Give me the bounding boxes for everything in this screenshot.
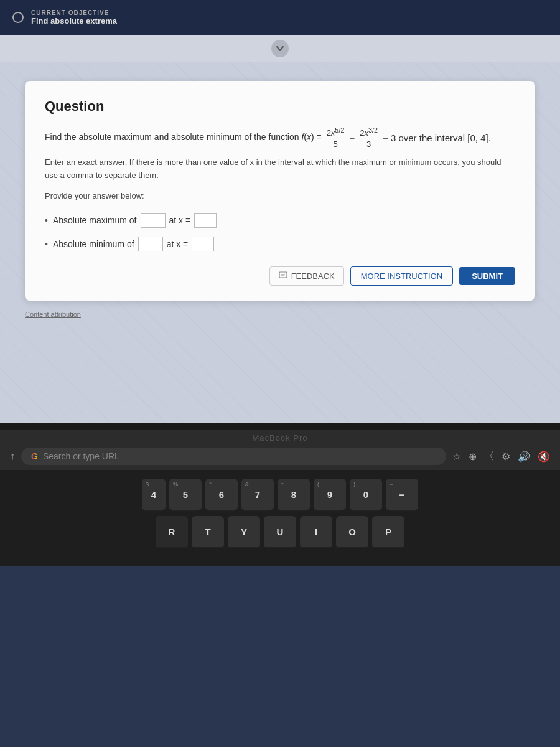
browser-bar: ↑ G Search or type URL ☆ ⊕ 〈 ⚙ 🔊 🔇: [0, 443, 560, 470]
body-after: − 3 over the interval [0, 4].: [383, 131, 491, 146]
key-caret-6[interactable]: ^ 6: [205, 479, 238, 511]
feedback-label: FEEDBACK: [291, 271, 335, 281]
key-U[interactable]: U: [264, 516, 296, 548]
question-card: Question Find the absolute maximum and a…: [25, 81, 535, 301]
key-T[interactable]: T: [192, 516, 224, 548]
bullet-max: •: [45, 215, 48, 225]
objective-label: CURRENT OBJECTIVE: [31, 9, 117, 16]
feedback-button[interactable]: FEEDBACK: [269, 266, 344, 286]
more-instruction-button[interactable]: MORE INSTRUCTION: [350, 266, 453, 286]
key-row-letters: R T Y U I O P: [19, 516, 541, 548]
key-row-numbers: $ 4 % 5 ^ 6 & 7 * 8 ( 9: [19, 479, 541, 511]
key-I[interactable]: I: [300, 516, 332, 548]
content-attribution[interactable]: Content attribution: [25, 311, 535, 318]
add-tab-icon[interactable]: ⊕: [469, 451, 477, 463]
objective-value: Find absolute extrema: [31, 16, 117, 26]
function-notation: f(x) =: [301, 132, 324, 142]
key-closeparen-0[interactable]: ) 0: [350, 479, 382, 511]
content-area: Question Find the absolute maximum and a…: [0, 62, 560, 423]
abs-max-value-box[interactable]: [141, 213, 166, 228]
search-bar[interactable]: G Search or type URL: [21, 448, 446, 465]
back-icon[interactable]: 〈: [484, 450, 494, 463]
button-row: FEEDBACK MORE INSTRUCTION SUBMIT: [45, 266, 515, 286]
absolute-max-row: • Absolute maximum of at x =: [45, 213, 515, 228]
key-O[interactable]: O: [336, 516, 368, 548]
browser-up-icon[interactable]: ↑: [10, 451, 15, 462]
top-bar: CURRENT OBJECTIVE Find absolute extrema: [0, 0, 560, 35]
feedback-icon: [279, 271, 287, 280]
search-placeholder: Search or type URL: [43, 451, 119, 461]
volume-icon[interactable]: 🔊: [518, 451, 530, 463]
at-x-label-2: at x =: [167, 239, 189, 249]
key-percent-5[interactable]: % 5: [169, 479, 202, 511]
abs-max-x-input[interactable]: [194, 213, 217, 228]
google-logo: G: [31, 451, 38, 461]
abs-min-x-input[interactable]: [192, 237, 214, 251]
fraction1-denominator: 5: [332, 139, 338, 150]
key-P[interactable]: P: [372, 516, 404, 548]
key-star-8[interactable]: * 8: [278, 479, 310, 511]
fraction2-numerator: 2x3/2: [358, 126, 379, 139]
absolute-min-row: • Absolute minimum of at x =: [45, 237, 515, 251]
abs-max-label: Absolute maximum of: [53, 215, 137, 225]
chevron-down-icon: [276, 46, 284, 51]
at-x-label-1: at x =: [169, 215, 191, 225]
hint-text: Enter an exact answer. If there is more …: [45, 156, 515, 182]
mute-icon[interactable]: 🔇: [538, 451, 550, 463]
laptop-body: MacBook Pro ↑ G Search or type URL ☆ ⊕ 〈…: [0, 423, 560, 566]
question-body: Find the absolute maximum and absolute m…: [45, 126, 515, 150]
key-minus[interactable]: − −: [386, 479, 418, 511]
key-dollar-4[interactable]: $ 4: [142, 479, 166, 511]
math-formula: 2x5/2 5 − 2x3/2 3 − 3 over the interval …: [324, 126, 491, 150]
key-openparen-9[interactable]: ( 9: [314, 479, 346, 511]
abs-min-label: Absolute minimum of: [53, 239, 134, 249]
fraction-2: 2x3/2 3: [358, 126, 379, 150]
key-Y[interactable]: Y: [228, 516, 260, 548]
settings-icon[interactable]: ⚙: [502, 451, 510, 463]
submit-button[interactable]: SUBMIT: [459, 267, 515, 285]
abs-min-value-box[interactable]: [138, 237, 163, 251]
question-title: Question: [45, 98, 515, 115]
provide-text: Provide your answer below:: [45, 191, 515, 200]
objective-text: CURRENT OBJECTIVE Find absolute extrema: [31, 9, 117, 26]
chevron-down-button[interactable]: [271, 40, 289, 57]
minus-sign: −: [349, 131, 355, 146]
objective-circle: [12, 12, 24, 23]
fraction2-denominator: 3: [365, 139, 372, 150]
question-body-before: Find the absolute maximum and absolute m…: [45, 132, 299, 142]
chevron-area: [0, 35, 560, 62]
fraction-1: 2x5/2 5: [325, 126, 346, 150]
bullet-min: •: [45, 239, 48, 249]
submit-label: SUBMIT: [472, 271, 503, 281]
browser-icons-right: ☆ ⊕ 〈 ⚙ 🔊 🔇: [452, 450, 550, 463]
fraction1-numerator: 2x5/2: [325, 126, 346, 139]
more-instruction-label: MORE INSTRUCTION: [361, 271, 442, 281]
key-ampersand-7[interactable]: & 7: [241, 479, 274, 511]
key-R[interactable]: R: [156, 516, 188, 548]
macbook-label: MacBook Pro: [0, 430, 560, 443]
bookmark-icon[interactable]: ☆: [452, 451, 461, 463]
keyboard-area: $ 4 % 5 ^ 6 & 7 * 8 ( 9: [0, 470, 560, 566]
